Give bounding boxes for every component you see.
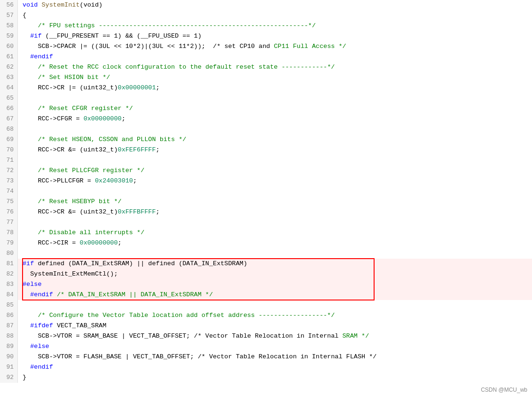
code-line: 92} <box>0 372 532 383</box>
line-content: SCB->VTOR = FLASH_BASE | VECT_TAB_OFFSET… <box>18 352 532 362</box>
code-wrap: 56void SystemInit(void)57{58 /* FPU sett… <box>0 0 532 383</box>
line-number: 86 <box>0 310 18 321</box>
token: 0xFEF6FFFF <box>118 146 156 153</box>
token: #else <box>23 343 49 350</box>
line-number: 76 <box>0 207 18 217</box>
line-content: SCB->CPACR |= ((3UL << 10*2)|(3UL << 11*… <box>18 41 532 52</box>
token: VECT_TAB_SRAM <box>57 322 106 329</box>
line-content: } <box>18 372 532 383</box>
line-content: RCC->CR &= (uint32_t)0xFEF6FFFF; <box>18 145 532 155</box>
token: /* Reset PLLCFGR register */ <box>23 167 144 174</box>
line-content: RCC->CR &= (uint32_t)0xFFFBFFFF; <box>18 207 532 217</box>
line-number: 84 <box>0 290 18 300</box>
token: } <box>23 374 26 381</box>
line-number: 65 <box>0 93 18 103</box>
line-number: 78 <box>0 228 18 238</box>
code-line: 67 RCC->CFGR = 0x00000000; <box>0 114 532 124</box>
footer-label: CSDN @MCU_wb <box>481 387 527 393</box>
code-line: 83#else <box>0 279 532 290</box>
token: << 11*2)); /* set CP10 <box>164 43 259 50</box>
line-content: RCC->PLLCFGR = 0x24003010; <box>18 176 532 186</box>
token: /* DATA_IN_ExtSRAM || DATA_IN_ExtSDRAM *… <box>57 291 213 298</box>
line-content: /* Set HSION bit */ <box>18 72 532 83</box>
token: #else <box>23 281 42 288</box>
code-line: 57{ <box>0 10 532 21</box>
code-line: 75 /* Reset HSEBYP bit */ <box>0 197 532 207</box>
token: PLLON bits */ <box>133 136 186 143</box>
code-line: 72 /* Reset PLLCFGR register */ <box>0 166 532 176</box>
token: ; <box>133 177 137 184</box>
token: /* Reset HSEON, CSSON <box>23 136 122 143</box>
line-content <box>18 124 532 134</box>
token: RCC clock configuration to the default r… <box>84 63 335 71</box>
token: SCB->VTOR = FLASH_BASE | VECT_TAB_OFFSET… <box>23 353 376 360</box>
code-line: 84 #endif /* DATA_IN_ExtSRAM || DATA_IN_… <box>0 290 532 300</box>
line-number: 63 <box>0 72 18 83</box>
token: #endif <box>23 291 57 298</box>
token: #if <box>23 260 38 267</box>
token: #ifdef <box>23 322 57 329</box>
code-line: 89 #else <box>0 341 532 352</box>
token: 0x24003010 <box>95 177 133 184</box>
line-content: #endif <box>18 362 532 372</box>
token: #endif <box>23 363 53 371</box>
line-number: 83 <box>0 279 18 290</box>
token: the <box>72 63 83 71</box>
line-content: /* FPU settings ------------------------… <box>18 21 532 31</box>
line-number: 61 <box>0 52 18 62</box>
line-content: RCC->CR |= (uint32_t)0x00000001; <box>18 83 532 93</box>
code-line: 63 /* Set HSION bit */ <box>0 72 532 83</box>
token: 3UL <box>152 43 163 50</box>
line-number: 88 <box>0 331 18 341</box>
token: SRAM */ <box>338 332 369 340</box>
token: /* Reset CFGR register */ <box>23 105 133 112</box>
code-line: 58 /* FPU settings ---------------------… <box>0 21 532 31</box>
token: ; <box>156 84 160 91</box>
token: 0x00000000 <box>84 115 122 122</box>
code-line: 85 <box>0 300 532 310</box>
token: 0x00000000 <box>80 239 118 246</box>
code-line: 64 RCC->CR |= (uint32_t)0x00000001; <box>0 83 532 93</box>
token: defined (DATA_IN_ExtSRAM) || defined (DA… <box>38 260 247 267</box>
line-content: { <box>18 10 532 21</box>
token: SystemInit <box>42 1 80 8</box>
line-content: SCB->VTOR = SRAM_BASE | VECT_TAB_OFFSET;… <box>18 331 532 341</box>
line-number: 69 <box>0 134 18 145</box>
line-number: 92 <box>0 372 18 383</box>
token: and <box>258 43 270 50</box>
line-content: RCC->CFGR = 0x00000000; <box>18 114 532 124</box>
code-line: 87 #ifdef VECT_TAB_SRAM <box>0 321 532 331</box>
token: RCC->CR &= (uint32_t) <box>23 208 118 215</box>
code-line: 69 /* Reset HSEON, CSSON and PLLON bits … <box>0 134 532 145</box>
token: SCB->CPACR |= ((3UL << 10*2)|( <box>23 43 152 50</box>
line-content <box>18 300 532 310</box>
token: ; <box>118 239 122 246</box>
token: /* Disable all interrupts */ <box>23 229 144 236</box>
line-number: 82 <box>0 269 18 279</box>
code-line: 74 <box>0 186 532 197</box>
line-content: SystemInit_ExtMemCtl(); <box>18 269 532 279</box>
token: ; <box>156 208 160 215</box>
line-number: 71 <box>0 155 18 166</box>
code-line: 86 /* Configure the Vector Table locatio… <box>0 310 532 321</box>
line-content: /* Reset CFGR register */ <box>18 103 532 114</box>
line-number: 57 <box>0 10 18 21</box>
line-number: 56 <box>0 0 18 10</box>
line-number: 58 <box>0 21 18 31</box>
line-content <box>18 248 532 259</box>
token: /* Reset HSEBYP bit */ <box>23 198 122 205</box>
code-line: 66 /* Reset CFGR register */ <box>0 103 532 114</box>
token: RCC->CIR = <box>23 239 80 246</box>
line-content: #else <box>18 279 532 290</box>
token: SCB->VTOR = SRAM_BASE | VECT_TAB_OFFSET;… <box>23 332 297 340</box>
token: /* Set HSION bit */ <box>23 74 110 81</box>
line-number: 91 <box>0 362 18 372</box>
line-number: 60 <box>0 41 18 52</box>
code-line: 68 <box>0 124 532 134</box>
line-content: RCC->CIR = 0x00000000; <box>18 238 532 248</box>
token: /* FPU settings ------------------------… <box>23 22 316 29</box>
token: ; <box>156 146 160 153</box>
code-line: 77 <box>0 217 532 228</box>
line-content: #else <box>18 341 532 352</box>
line-content: /* Reset PLLCFGR register */ <box>18 166 532 176</box>
